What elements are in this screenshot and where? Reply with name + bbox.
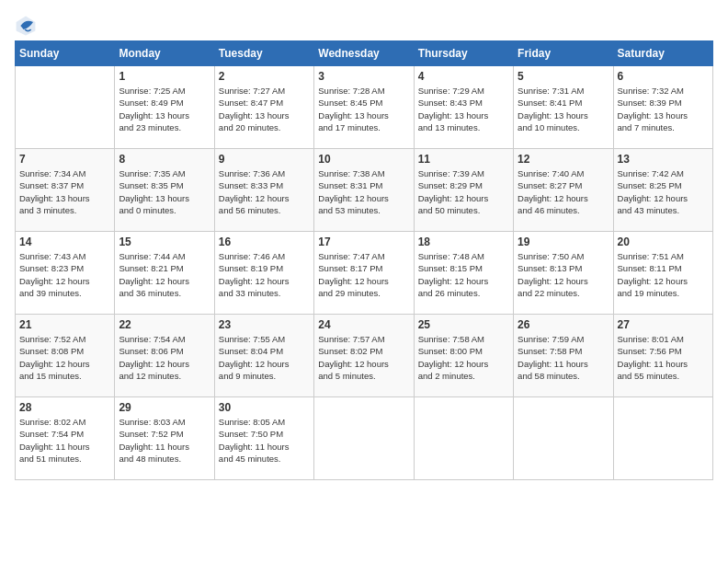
day-cell <box>613 397 712 480</box>
day-info: Sunrise: 8:05 AM Sunset: 7:50 PM Dayligh… <box>219 416 310 465</box>
day-cell: 7Sunrise: 7:34 AM Sunset: 8:37 PM Daylig… <box>16 149 115 232</box>
day-cell: 9Sunrise: 7:36 AM Sunset: 8:33 PM Daylig… <box>214 149 313 232</box>
day-number: 7 <box>19 153 110 166</box>
day-info: Sunrise: 7:57 AM Sunset: 8:02 PM Dayligh… <box>318 333 409 382</box>
day-cell: 26Sunrise: 7:59 AM Sunset: 7:58 PM Dayli… <box>514 315 613 397</box>
day-cell <box>314 397 414 480</box>
day-info: Sunrise: 7:38 AM Sunset: 8:31 PM Dayligh… <box>318 167 409 216</box>
day-cell: 3Sunrise: 7:28 AM Sunset: 8:45 PM Daylig… <box>314 66 414 149</box>
day-number: 16 <box>219 236 310 248</box>
week-row-3: 14Sunrise: 7:43 AM Sunset: 8:23 PM Dayli… <box>16 232 713 315</box>
week-row-1: 1Sunrise: 7:25 AM Sunset: 8:49 PM Daylig… <box>16 66 713 149</box>
day-cell: 25Sunrise: 7:58 AM Sunset: 8:00 PM Dayli… <box>414 315 513 397</box>
header-day-wednesday: Wednesday <box>314 41 414 66</box>
day-number: 15 <box>119 236 210 248</box>
day-number: 11 <box>418 153 509 166</box>
day-cell: 2Sunrise: 7:27 AM Sunset: 8:47 PM Daylig… <box>214 66 313 149</box>
day-number: 8 <box>119 153 210 166</box>
day-cell: 23Sunrise: 7:55 AM Sunset: 8:04 PM Dayli… <box>214 315 313 397</box>
day-number: 22 <box>119 318 210 331</box>
day-number: 23 <box>219 318 310 331</box>
day-cell <box>16 66 115 149</box>
day-number: 9 <box>219 153 310 166</box>
day-cell: 12Sunrise: 7:40 AM Sunset: 8:27 PM Dayli… <box>514 149 613 232</box>
week-row-2: 7Sunrise: 7:34 AM Sunset: 8:37 PM Daylig… <box>16 149 713 232</box>
header-day-monday: Monday <box>115 41 214 66</box>
day-cell: 28Sunrise: 8:02 AM Sunset: 7:54 PM Dayli… <box>16 397 115 480</box>
header-day-sunday: Sunday <box>16 41 115 66</box>
header-day-thursday: Thursday <box>414 41 513 66</box>
header-day-friday: Friday <box>514 41 613 66</box>
day-info: Sunrise: 7:25 AM Sunset: 8:49 PM Dayligh… <box>119 85 210 133</box>
day-info: Sunrise: 8:03 AM Sunset: 7:52 PM Dayligh… <box>119 416 210 465</box>
header-day-tuesday: Tuesday <box>214 41 313 66</box>
logo-icon <box>15 15 37 37</box>
day-number: 10 <box>318 153 409 166</box>
header <box>15 15 713 37</box>
day-number: 24 <box>318 318 409 331</box>
day-number: 21 <box>19 318 110 331</box>
day-number: 3 <box>318 70 409 83</box>
day-info: Sunrise: 7:32 AM Sunset: 8:39 PM Dayligh… <box>618 85 709 133</box>
day-cell: 21Sunrise: 7:52 AM Sunset: 8:08 PM Dayli… <box>16 315 115 397</box>
day-cell: 15Sunrise: 7:44 AM Sunset: 8:21 PM Dayli… <box>115 232 214 315</box>
day-cell: 6Sunrise: 7:32 AM Sunset: 8:39 PM Daylig… <box>613 66 712 149</box>
header-row: SundayMondayTuesdayWednesdayThursdayFrid… <box>16 41 713 66</box>
day-number: 25 <box>418 318 509 331</box>
day-number: 26 <box>518 318 609 331</box>
day-number: 1 <box>119 70 210 83</box>
day-cell: 8Sunrise: 7:35 AM Sunset: 8:35 PM Daylig… <box>115 149 214 232</box>
day-info: Sunrise: 7:58 AM Sunset: 8:00 PM Dayligh… <box>418 333 509 382</box>
day-number: 18 <box>418 236 509 248</box>
day-cell: 19Sunrise: 7:50 AM Sunset: 8:13 PM Dayli… <box>514 232 613 315</box>
day-cell: 1Sunrise: 7:25 AM Sunset: 8:49 PM Daylig… <box>115 66 214 149</box>
day-cell: 29Sunrise: 8:03 AM Sunset: 7:52 PM Dayli… <box>115 397 214 480</box>
day-info: Sunrise: 7:51 AM Sunset: 8:11 PM Dayligh… <box>618 250 709 299</box>
day-cell: 22Sunrise: 7:54 AM Sunset: 8:06 PM Dayli… <box>115 315 214 397</box>
day-cell: 17Sunrise: 7:47 AM Sunset: 8:17 PM Dayli… <box>314 232 414 315</box>
day-number: 12 <box>518 153 609 166</box>
day-info: Sunrise: 7:54 AM Sunset: 8:06 PM Dayligh… <box>119 333 210 382</box>
day-info: Sunrise: 7:40 AM Sunset: 8:27 PM Dayligh… <box>518 167 609 216</box>
day-number: 20 <box>618 236 709 248</box>
day-number: 6 <box>618 70 709 83</box>
day-info: Sunrise: 7:35 AM Sunset: 8:35 PM Dayligh… <box>119 167 210 216</box>
day-cell: 5Sunrise: 7:31 AM Sunset: 8:41 PM Daylig… <box>514 66 613 149</box>
day-info: Sunrise: 7:50 AM Sunset: 8:13 PM Dayligh… <box>518 250 609 299</box>
week-row-5: 28Sunrise: 8:02 AM Sunset: 7:54 PM Dayli… <box>16 397 713 480</box>
day-cell: 11Sunrise: 7:39 AM Sunset: 8:29 PM Dayli… <box>414 149 513 232</box>
day-cell: 30Sunrise: 8:05 AM Sunset: 7:50 PM Dayli… <box>214 397 313 480</box>
day-info: Sunrise: 7:42 AM Sunset: 8:25 PM Dayligh… <box>618 167 709 216</box>
day-number: 5 <box>518 70 609 83</box>
day-info: Sunrise: 7:59 AM Sunset: 7:58 PM Dayligh… <box>518 333 609 382</box>
day-cell: 4Sunrise: 7:29 AM Sunset: 8:43 PM Daylig… <box>414 66 513 149</box>
day-cell: 10Sunrise: 7:38 AM Sunset: 8:31 PM Dayli… <box>314 149 414 232</box>
day-info: Sunrise: 7:34 AM Sunset: 8:37 PM Dayligh… <box>19 167 110 216</box>
day-number: 2 <box>219 70 310 83</box>
week-row-4: 21Sunrise: 7:52 AM Sunset: 8:08 PM Dayli… <box>16 315 713 397</box>
day-info: Sunrise: 7:52 AM Sunset: 8:08 PM Dayligh… <box>19 333 110 382</box>
day-info: Sunrise: 7:27 AM Sunset: 8:47 PM Dayligh… <box>219 85 310 133</box>
day-cell: 14Sunrise: 7:43 AM Sunset: 8:23 PM Dayli… <box>16 232 115 315</box>
day-number: 30 <box>219 401 310 414</box>
day-info: Sunrise: 7:48 AM Sunset: 8:15 PM Dayligh… <box>418 250 509 299</box>
day-number: 29 <box>119 401 210 414</box>
day-cell: 13Sunrise: 7:42 AM Sunset: 8:25 PM Dayli… <box>613 149 712 232</box>
day-info: Sunrise: 7:39 AM Sunset: 8:29 PM Dayligh… <box>418 167 509 216</box>
day-info: Sunrise: 7:28 AM Sunset: 8:45 PM Dayligh… <box>318 85 409 133</box>
day-info: Sunrise: 7:36 AM Sunset: 8:33 PM Dayligh… <box>219 167 310 216</box>
day-number: 13 <box>618 153 709 166</box>
day-cell: 18Sunrise: 7:48 AM Sunset: 8:15 PM Dayli… <box>414 232 513 315</box>
day-info: Sunrise: 8:02 AM Sunset: 7:54 PM Dayligh… <box>19 416 110 465</box>
day-cell: 24Sunrise: 7:57 AM Sunset: 8:02 PM Dayli… <box>314 315 414 397</box>
calendar-table: SundayMondayTuesdayWednesdayThursdayFrid… <box>15 40 713 480</box>
day-info: Sunrise: 7:44 AM Sunset: 8:21 PM Dayligh… <box>119 250 210 299</box>
day-number: 19 <box>518 236 609 248</box>
day-number: 27 <box>618 318 709 331</box>
day-cell: 20Sunrise: 7:51 AM Sunset: 8:11 PM Dayli… <box>613 232 712 315</box>
day-number: 14 <box>19 236 110 248</box>
day-info: Sunrise: 7:29 AM Sunset: 8:43 PM Dayligh… <box>418 85 509 133</box>
day-cell: 16Sunrise: 7:46 AM Sunset: 8:19 PM Dayli… <box>214 232 313 315</box>
day-cell <box>414 397 513 480</box>
day-info: Sunrise: 7:43 AM Sunset: 8:23 PM Dayligh… <box>19 250 110 299</box>
